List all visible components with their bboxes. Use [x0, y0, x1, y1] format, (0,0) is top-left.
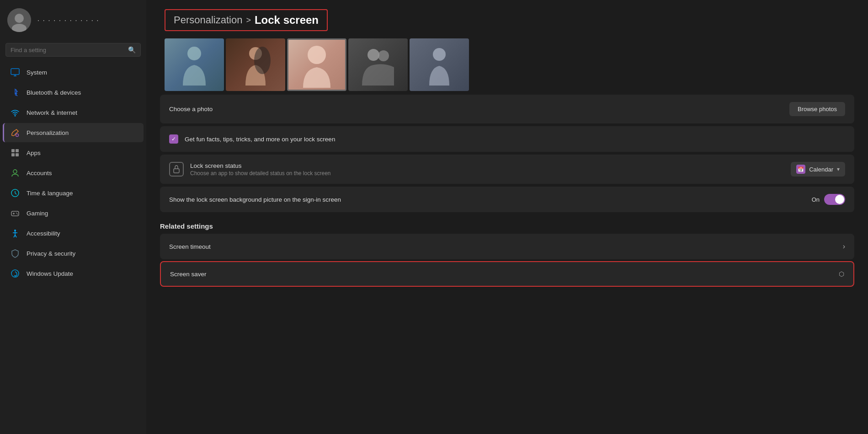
lock-screen-status-row: Lock screen status Choose an app to show…	[160, 155, 854, 184]
sidebar-item-label-bluetooth: Bluetooth & devices	[27, 89, 81, 96]
svg-rect-10	[11, 149, 15, 152]
external-link-icon: ⬡	[839, 270, 844, 278]
svg-point-22	[17, 214, 18, 214]
main-content: Personalization > Lock screen	[146, 0, 868, 434]
bluetooth-icon: ⭳	[10, 87, 20, 97]
svg-point-35	[433, 48, 446, 61]
sidebar-item-label-time: Time & language	[27, 190, 73, 197]
svg-rect-18	[11, 211, 19, 216]
svg-point-21	[16, 213, 17, 214]
sidebar-item-update[interactable]: Windows Update	[3, 264, 144, 283]
photo-thumb-1[interactable]	[165, 38, 224, 91]
sidebar-item-gaming[interactable]: Gaming	[3, 204, 144, 223]
sidebar-item-label-accessibility: Accessibility	[27, 230, 60, 237]
clock-icon	[10, 188, 20, 198]
sidebar-item-apps[interactable]: Apps	[3, 143, 144, 162]
sidebar-item-label-system: System	[27, 69, 47, 76]
svg-point-8	[15, 115, 16, 117]
lock-status-main-label: Lock screen status	[190, 162, 331, 169]
accessibility-icon	[10, 228, 20, 238]
svg-line-26	[14, 235, 15, 237]
avatar[interactable]	[7, 8, 31, 32]
screen-timeout-label: Screen timeout	[169, 243, 211, 250]
sidebar: · · · · · · · · · · · · 🔍 System ⭳ Bluet…	[0, 0, 146, 434]
settings-section: Choose a photo Browse photos ✓ Get fun f…	[146, 95, 868, 434]
svg-point-23	[14, 230, 16, 231]
sidebar-item-bluetooth[interactable]: ⭳ Bluetooth & devices	[3, 83, 144, 102]
sidebar-header: · · · · · · · · · · · ·	[0, 0, 146, 40]
update-icon	[10, 268, 20, 279]
svg-point-31	[254, 47, 271, 74]
choose-photo-row: Choose a photo Browse photos	[160, 95, 854, 123]
sidebar-item-label-privacy: Privacy & security	[27, 250, 75, 257]
sidebar-item-personalization[interactable]: Personalization	[3, 123, 144, 142]
svg-rect-36	[174, 169, 179, 173]
fun-facts-checkbox[interactable]: ✓	[169, 134, 178, 144]
svg-line-27	[15, 235, 16, 237]
browse-photos-button[interactable]: Browse photos	[789, 102, 845, 116]
paint-icon	[10, 128, 20, 138]
calendar-label: Calendar	[809, 166, 833, 173]
svg-point-33	[367, 49, 379, 61]
search-box[interactable]: 🔍	[5, 43, 141, 57]
photo-thumb-4[interactable]	[348, 38, 408, 91]
svg-rect-11	[16, 149, 19, 152]
sidebar-item-system[interactable]: System	[3, 63, 144, 82]
choose-photo-label: Choose a photo	[169, 106, 213, 113]
fun-facts-label: Get fun facts, tips, tricks, and more on…	[185, 136, 335, 143]
svg-rect-3	[11, 69, 19, 75]
svg-point-34	[378, 50, 389, 61]
show-background-label: Show the lock screen background picture …	[169, 196, 341, 203]
apps-icon	[10, 148, 20, 158]
lock-status-right: 📅 Calendar ▾	[791, 162, 845, 177]
lock-status-left: Lock screen status Choose an app to show…	[169, 162, 331, 177]
sidebar-item-accounts[interactable]: Accounts	[3, 163, 144, 182]
monitor-icon	[10, 67, 20, 77]
svg-rect-12	[11, 153, 15, 156]
sidebar-item-privacy[interactable]: Privacy & security	[3, 244, 144, 263]
svg-point-9	[16, 134, 19, 137]
show-background-toggle[interactable]	[824, 194, 845, 205]
sidebar-item-label-network: Network & internet	[27, 109, 77, 116]
screen-timeout-row[interactable]: Screen timeout ›	[160, 234, 854, 259]
sidebar-item-network[interactable]: Network & internet	[3, 103, 144, 122]
calendar-icon: 📅	[796, 165, 805, 174]
search-input[interactable]	[11, 47, 124, 54]
sidebar-item-label-personalization: Personalization	[27, 129, 69, 136]
svg-point-1	[15, 14, 24, 23]
breadcrumb-parent[interactable]: Personalization	[174, 14, 242, 26]
browse-photos-right: Browse photos	[789, 102, 845, 116]
sidebar-item-accessibility[interactable]: Accessibility	[3, 224, 144, 243]
svg-point-29	[187, 47, 201, 60]
photo-thumb-5[interactable]	[410, 38, 469, 91]
breadcrumb: Personalization > Lock screen	[146, 0, 868, 38]
sidebar-item-time[interactable]: Time & language	[3, 183, 144, 203]
svg-line-17	[15, 193, 16, 194]
screen-saver-label: Screen saver	[170, 271, 207, 278]
lock-status-text: Lock screen status Choose an app to show…	[190, 162, 331, 177]
svg-text:⭳: ⭳	[13, 88, 20, 96]
gaming-icon	[10, 208, 20, 218]
search-icon: 🔍	[128, 46, 136, 54]
fun-facts-row: ✓ Get fun facts, tips, tricks, and more …	[160, 126, 854, 152]
show-background-row: Show the lock screen background picture …	[160, 187, 854, 212]
related-settings-title: Related settings	[160, 215, 854, 234]
photo-thumb-2[interactable]	[226, 38, 285, 91]
username: · · · · · · · · · · · ·	[37, 16, 99, 24]
sidebar-item-label-update: Windows Update	[27, 270, 73, 277]
shield-icon	[10, 248, 20, 258]
calendar-dropdown[interactable]: 📅 Calendar ▾	[791, 162, 845, 177]
toggle-right: On	[812, 194, 845, 205]
person-icon	[10, 168, 20, 178]
sidebar-item-label-gaming: Gaming	[27, 210, 48, 217]
lock-status-icon	[169, 162, 184, 177]
photo-strip	[146, 38, 868, 91]
chevron-right-icon: ›	[843, 242, 845, 251]
svg-rect-13	[16, 153, 19, 156]
photo-thumb-3[interactable]	[287, 38, 346, 91]
sidebar-item-label-apps: Apps	[27, 150, 41, 156]
breadcrumb-current: Lock screen	[255, 14, 319, 27]
lock-status-sub-label: Choose an app to show detailed status on…	[190, 170, 331, 177]
sidebar-item-label-accounts: Accounts	[27, 170, 52, 177]
screen-saver-row[interactable]: Screen saver ⬡	[160, 261, 854, 287]
